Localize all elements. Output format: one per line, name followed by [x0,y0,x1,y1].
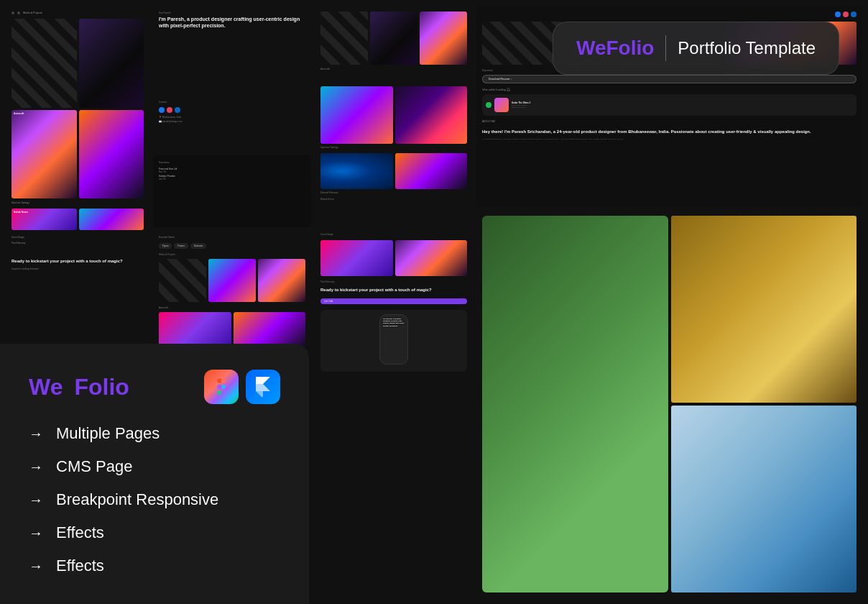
work-img-2 [208,259,256,302]
r-bottom-img-1 [482,216,668,592]
mr-img-3 [420,12,467,65]
hey-label: Hey Paresh! [159,12,305,14]
r-bottom-right-imgs [671,216,857,592]
arrow-4: → [29,525,43,541]
info-logo: WeFolio [29,370,280,404]
feature-breakpoint: → Breakpoint Responsive [29,490,280,509]
portfolio-img-2 [79,19,144,108]
midleft-panel-connect: Connect 📍 Bhubaneswar, India ✉️ paresh@d… [153,95,311,152]
feature-multiple-pages: → Multiple Pages [29,424,280,443]
about-heading-text: Hey there! I'm Paresh Srichandan, a 24-y… [482,129,857,135]
badge-logo-folio: Folio [606,37,654,59]
app-icons-container [204,370,280,404]
midright-panel-3: Zoom Design Pixel Harmony Ready to kicks… [315,227,473,598]
mr-img-7 [395,153,468,189]
left-panel-1: Works & Projects Astrocraft Spectrum Syn… [6,6,149,250]
figma-icon [204,370,239,404]
mr-img-8 [320,240,393,276]
info-panel: WeFolio → Mult [0,344,309,604]
skill-figma: Figma [159,243,172,249]
music-widget: Under The Vibes 1 Calm Down Vibes 2 Head… [482,94,857,116]
astrocraft2-label: Astrocraft [320,68,467,70]
midright-panel-1: Astrocraft [315,6,473,78]
arrow-1: → [29,426,43,442]
social-li [175,107,180,113]
music-info: Under The Vibes 1 Calm Down Vibes 2 Head… [512,101,853,109]
info-logo-folio: Folio [74,374,129,401]
email-label: ✉️ paresh@design.com [159,120,305,123]
social-ig [167,107,172,113]
portfolio-img-3: Astrocraft [11,110,77,199]
midright-panel-2: Spectrum Synergy Ethereal Elements Nebul… [315,81,473,224]
work-img-3 [258,259,305,302]
mr-img-2 [370,12,417,65]
badge-logo-we: We [576,37,606,59]
mr-img-1 [320,12,368,65]
music-thumbnail [494,98,509,112]
arrow-2: → [29,459,43,475]
mobile-mockup: I'm Paresh, a product designer crafting … [379,314,408,365]
feature-label-4: Effects [56,523,104,542]
arrow-5: → [29,558,43,575]
label-spectrum: Spectrum Synergy [11,201,144,204]
spotify-icon [486,102,491,108]
col-right: Experience Download Resume ↓ Vibe while … [476,6,862,598]
r-social-2 [843,12,849,17]
mobile-hero-text: I'm Paresh, a product designer crafting … [383,318,405,327]
midleft-panel-exp: Experience Front-end User Ltd Nov '21 So… [153,155,311,227]
col-mid-right: Astrocraft Spectrum Synergy Ethereal Ele… [315,6,473,598]
exp-label: Experience [159,161,305,164]
midleft-panel-1: Hey Paresh! I'm Paresh, a product design… [153,6,311,92]
portfolio-img-4 [79,110,144,199]
badge-title: Portfolio Template [678,38,816,58]
feature-label-2: CMS Page [56,457,132,476]
right-panel-bottom [476,210,862,598]
r-bottom-img-3 [671,406,857,592]
mr-img-4 [320,86,393,144]
location-label: 📍 Bhubaneswar, India [159,116,305,119]
mini-nav-text: Works & Projects [23,12,42,14]
exp-date-1: Nov '21 [159,170,305,173]
skills-label: Essential Stacks [159,236,305,239]
label-zoom: Zoom Design [11,236,144,239]
works-label: Works & Projects [159,253,305,256]
work-img-4 [159,312,231,348]
label-pixel: Pixel Harmony [11,242,144,244]
feature-label-1: Multiple Pages [56,424,160,443]
badge-divider [665,35,666,61]
feature-effects-1: → Effects [29,523,280,542]
skill-framer: Framer [174,243,188,249]
zoom-label: Zoom Design [320,233,467,236]
track-extra: Headroom Floor 3 [512,106,853,109]
social-icons-row [835,12,857,17]
left-ready-text: Ready to kickstart your project with a t… [11,259,144,265]
mr-ready-text: Ready to kickstart your project with a t… [320,288,467,293]
pixel-label: Pixel Harmony [320,280,467,283]
feature-effects-2: → Effects [29,557,280,575]
framer-icon [246,370,280,404]
hero-heading: I'm Paresh, a product designer crafting … [159,16,305,29]
r-bottom-img-2 [671,216,857,403]
portfolio-img-6 [79,209,144,230]
feature-label-5: Effects [56,557,104,575]
portfolio-img-1 [11,19,77,108]
about-body: As a seasoned designer, I specialize in … [482,138,857,141]
skill-ai: Illustrator [190,243,206,249]
social-fb [159,107,165,113]
left-ready-sublabel: Inspired in building.Kickstart! [11,267,144,270]
mr-img-5 [395,86,468,144]
astrocraft-label: Astrocraft [159,306,305,309]
arrow-3: → [29,492,43,508]
wefolio-badge: WeFolio Portfolio Template [553,22,839,75]
info-logo-we: We [29,374,63,401]
r-social-1 [835,12,841,17]
letstalk-btn: Let's Talk [320,298,467,304]
vibe-label: Vibe while hustling 🎧 [482,88,857,91]
work-img-5 [234,312,306,348]
about-label: ABOUT ME [482,120,857,123]
feature-label-3: Breakpoint Responsive [56,490,218,509]
works-section: Works & Projects [159,253,305,302]
connect-label: Connect [159,101,305,104]
r-social-3 [851,12,857,17]
nebula-label: Nebula Nexus [320,198,467,201]
